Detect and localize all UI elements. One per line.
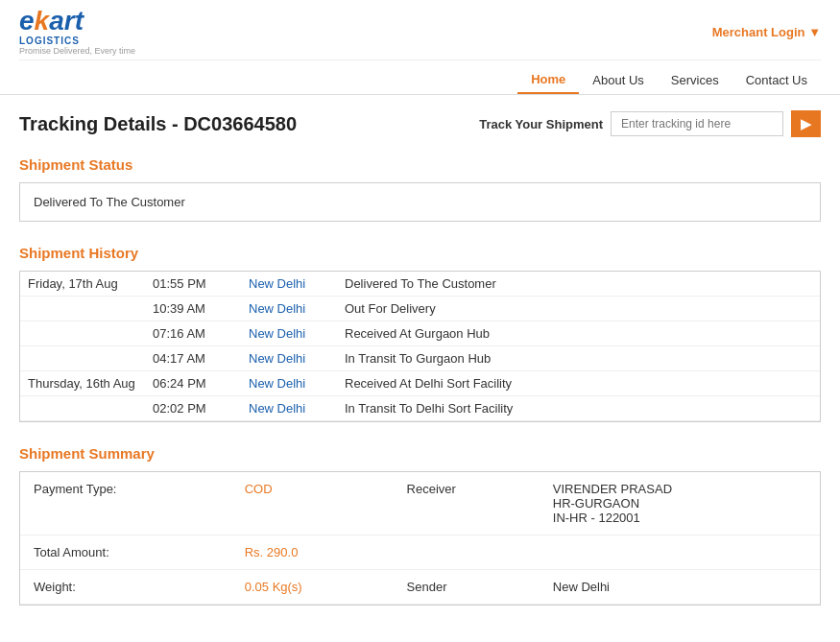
history-row: 10:39 AM New Delhi Out For Delivery [20, 297, 820, 321]
history-city: New Delhi [241, 396, 337, 421]
total-amount-value: Rs. 290.0 [231, 535, 394, 570]
status-text: Delivered To The Customer [34, 195, 185, 209]
history-desc: Out For Delivery [337, 297, 820, 321]
logo-sub: LOGISTICS [19, 36, 135, 46]
history-city: New Delhi [241, 272, 337, 297]
shipment-status-section: Shipment Status Delivered To The Custome… [19, 156, 821, 222]
track-shipment-area: Track Your Shipment ▶ [479, 110, 821, 137]
history-desc: In Transit To Delhi Sort Facility [337, 396, 820, 421]
header-nav: Home About Us Services Contact Us [19, 59, 821, 94]
shipment-summary-box: Payment Type: COD Receiver VIRENDER PRAS… [19, 471, 821, 606]
history-city: New Delhi [241, 371, 337, 396]
tracking-id-input[interactable] [611, 111, 783, 136]
shipment-history-box: Friday, 17th Aug 01:55 PM New Delhi Deli… [19, 271, 821, 422]
sender-label: Sender [394, 570, 540, 605]
receiver-name: VIRENDER PRASAD [553, 482, 806, 496]
history-date [20, 396, 145, 421]
history-desc: Delivered To The Customer [337, 272, 820, 297]
history-row: 04:17 AM New Delhi In Transit To Gurgaon… [20, 346, 820, 371]
shipment-status-title: Shipment Status [19, 156, 821, 173]
history-date: Friday, 17th Aug [20, 272, 145, 297]
history-row: Thursday, 16th Aug 06:24 PM New Delhi Re… [20, 371, 820, 396]
history-date: Thursday, 16th Aug [20, 371, 145, 396]
weight-row: Weight: 0.05 Kg(s) Sender New Delhi [20, 570, 820, 605]
track-submit-button[interactable]: ▶ [791, 110, 821, 137]
payment-type-label: Payment Type: [20, 472, 231, 535]
receiver-info: VIRENDER PRASAD HR-GURGAON IN-HR - 12200… [540, 472, 820, 535]
page-title: Tracking Details - DC03664580 [19, 113, 297, 135]
title-row: Tracking Details - DC03664580 Track Your… [19, 110, 821, 137]
history-time: 02:02 PM [145, 396, 241, 421]
history-time: 04:17 AM [145, 346, 241, 371]
shipment-history-section: Shipment History Friday, 17th Aug 01:55 … [19, 245, 821, 422]
history-date [20, 346, 145, 371]
weight-label: Weight: [20, 570, 231, 605]
nav-about[interactable]: About Us [579, 67, 657, 93]
weight-value: 0.05 Kg(s) [231, 570, 394, 605]
history-city: New Delhi [241, 346, 337, 371]
history-desc: Received At Delhi Sort Facility [337, 371, 820, 396]
logo-area: ekart LOGISTICS Promise Delivered, Every… [19, 8, 135, 56]
nav-home[interactable]: Home [517, 66, 579, 94]
history-row: 02:02 PM New Delhi In Transit To Delhi S… [20, 396, 820, 421]
main-content: Tracking Details - DC03664580 Track Your… [0, 95, 840, 642]
merchant-login-link[interactable]: Merchant Login ▼ [712, 25, 821, 39]
nav-contact[interactable]: Contact Us [732, 67, 821, 93]
logo-tagline: Promise Delivered, Every time [19, 46, 135, 56]
history-time: 06:24 PM [145, 371, 241, 396]
history-date [20, 321, 145, 346]
total-amount-label: Total Amount: [20, 535, 231, 570]
sender-value: New Delhi [540, 570, 820, 605]
history-table: Friday, 17th Aug 01:55 PM New Delhi Deli… [20, 272, 820, 421]
header: ekart LOGISTICS Promise Delivered, Every… [0, 0, 840, 95]
history-city: New Delhi [241, 297, 337, 321]
shipment-history-title: Shipment History [19, 245, 821, 261]
history-row: 07:16 AM New Delhi Received At Gurgaon H… [20, 321, 820, 346]
history-date [20, 297, 145, 321]
history-desc: In Transit To Gurgaon Hub [337, 346, 820, 371]
shipment-summary-section: Shipment Summary Payment Type: COD Recei… [19, 445, 821, 606]
logo-text: ekart [19, 8, 135, 35]
receiver-city: HR-GURGAON [553, 496, 806, 511]
shipment-summary-title: Shipment Summary [19, 445, 821, 462]
history-time: 07:16 AM [145, 321, 241, 346]
header-top: ekart LOGISTICS Promise Delivered, Every… [19, 0, 821, 59]
history-desc: Received At Gurgaon Hub [337, 321, 820, 346]
track-label: Track Your Shipment [479, 117, 603, 131]
nav-services[interactable]: Services [658, 67, 732, 93]
payment-type-value: COD [231, 472, 394, 535]
receiver-pin: IN-HR - 122001 [553, 511, 806, 525]
history-time: 10:39 AM [145, 297, 241, 321]
history-row: Friday, 17th Aug 01:55 PM New Delhi Deli… [20, 272, 820, 297]
history-time: 01:55 PM [145, 272, 241, 297]
receiver-label: Receiver [394, 472, 540, 535]
payment-row: Payment Type: COD Receiver VIRENDER PRAS… [20, 472, 820, 535]
total-amount-row: Total Amount: Rs. 290.0 [20, 535, 820, 570]
shipment-status-box: Delivered To The Customer [19, 182, 821, 222]
summary-table: Payment Type: COD Receiver VIRENDER PRAS… [20, 472, 820, 605]
history-city: New Delhi [241, 321, 337, 346]
